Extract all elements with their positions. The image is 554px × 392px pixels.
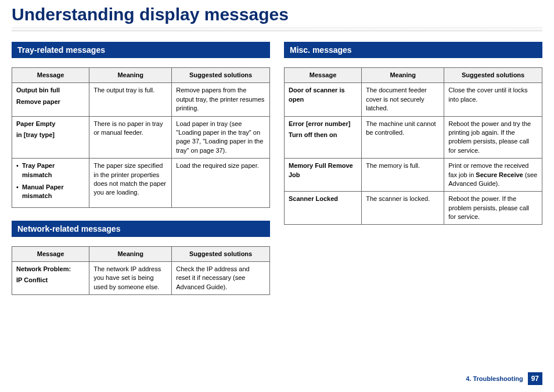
table-row: Error [error number] Turn off then on Th… xyxy=(285,116,542,159)
table-row: Memory Full Remove Job The memory is ful… xyxy=(285,159,542,192)
table-row: Output bin full Remove paper The output … xyxy=(12,83,270,116)
cell-message: Error [error number] Turn off then on xyxy=(285,116,362,159)
cell-solution: Load paper in tray (see "Loading paper i… xyxy=(172,116,270,159)
cell-meaning: The scanner is locked. xyxy=(362,192,444,225)
cell-solution: Reboot the power. If the problem persist… xyxy=(444,192,542,225)
section-header-misc: Misc. messages xyxy=(284,42,542,58)
msg-line: Output bin full xyxy=(16,86,85,95)
cell-solution: Close the cover until it locks into plac… xyxy=(444,83,542,116)
cell-solution: Print or remove the received fax job in … xyxy=(444,159,542,192)
cell-solution: Check the IP address and reset it if nec… xyxy=(172,262,270,295)
col-header-solutions: Suggested solutions xyxy=(172,68,270,83)
cell-message: Paper Empty in [tray type] xyxy=(12,116,89,159)
cell-message: Memory Full Remove Job xyxy=(285,159,362,192)
col-header-solutions: Suggested solutions xyxy=(444,68,542,83)
msg-line: Scanner Locked xyxy=(289,195,338,202)
solution-bold: Secure Receive xyxy=(476,171,523,178)
content-columns: Tray-related messages Message Meaning Su… xyxy=(12,42,542,308)
table-row: Paper Empty in [tray type] There is no p… xyxy=(12,116,270,159)
msg-line: Error [error number] xyxy=(289,120,357,128)
misc-messages-table: Message Meaning Suggested solutions Door… xyxy=(284,67,542,225)
cell-meaning: There is no paper in tray or manual feed… xyxy=(89,116,172,159)
msg-line: Remove paper xyxy=(16,98,85,106)
col-header-meaning: Meaning xyxy=(89,246,172,261)
col-header-solutions: Suggested solutions xyxy=(172,246,270,261)
section-header-network: Network-related messages xyxy=(12,221,270,237)
cell-meaning: The network IP address you have set is b… xyxy=(89,262,172,295)
col-header-message: Message xyxy=(285,68,362,83)
msg-line: Memory Full Remove Job xyxy=(289,162,353,178)
msg-line: IP Conflict xyxy=(16,276,85,285)
table-header-row: Message Meaning Suggested solutions xyxy=(12,68,270,83)
msg-line: in [tray type] xyxy=(16,131,85,139)
cell-meaning: The machine unit cannot be controlled. xyxy=(362,116,444,159)
msg-line: Turn off then on xyxy=(289,131,357,139)
left-column: Tray-related messages Message Meaning Su… xyxy=(12,42,270,308)
cell-message: Tray Paper mismatch Manual Paper mismatc… xyxy=(12,159,89,208)
table-header-row: Message Meaning Suggested solutions xyxy=(285,68,542,83)
bullet-item: Manual Paper mismatch xyxy=(16,183,85,201)
msg-line: Paper Empty xyxy=(16,120,85,128)
tray-messages-table: Message Meaning Suggested solutions Outp… xyxy=(12,67,270,208)
cell-solution: Remove papers from the output tray, the … xyxy=(172,83,270,116)
cell-solution: Reboot the power and try the printing jo… xyxy=(444,116,542,159)
table-row: Network Problem: IP Conflict The network… xyxy=(12,262,270,295)
network-messages-table: Message Meaning Suggested solutions Netw… xyxy=(12,246,270,296)
footer-chapter: 4. Troubleshooting xyxy=(466,375,523,382)
table-row: Scanner Locked The scanner is locked. Re… xyxy=(285,192,542,225)
table-row: Door of scanner is open The document fee… xyxy=(285,83,542,116)
cell-message: Network Problem: IP Conflict xyxy=(12,262,89,295)
cell-meaning: The document feeder cover is not securel… xyxy=(362,83,444,116)
section-header-tray: Tray-related messages xyxy=(12,42,270,58)
col-header-meaning: Meaning xyxy=(89,68,172,83)
table-header-row: Message Meaning Suggested solutions xyxy=(12,246,270,261)
table-row: Tray Paper mismatch Manual Paper mismatc… xyxy=(12,159,270,208)
cell-message: Scanner Locked xyxy=(285,192,362,225)
right-column: Misc. messages Message Meaning Suggested… xyxy=(284,42,542,308)
page-footer: 4. Troubleshooting 97 xyxy=(466,372,542,385)
msg-line: Network Problem: xyxy=(16,265,85,274)
col-header-meaning: Meaning xyxy=(362,68,444,83)
cell-solution: Load the required size paper. xyxy=(172,159,270,208)
cell-message: Door of scanner is open xyxy=(285,83,362,116)
page-title: Understanding display messages xyxy=(12,0,542,31)
col-header-message: Message xyxy=(12,68,89,83)
page-number: 97 xyxy=(528,372,542,385)
cell-meaning: The paper size specified in the printer … xyxy=(89,159,172,208)
cell-message: Output bin full Remove paper xyxy=(12,83,89,116)
col-header-message: Message xyxy=(12,246,89,261)
msg-line: Door of scanner is open xyxy=(289,87,345,102)
bullet-item: Tray Paper mismatch xyxy=(16,161,85,179)
cell-meaning: The memory is full. xyxy=(362,159,444,192)
cell-meaning: The output tray is full. xyxy=(89,83,172,116)
